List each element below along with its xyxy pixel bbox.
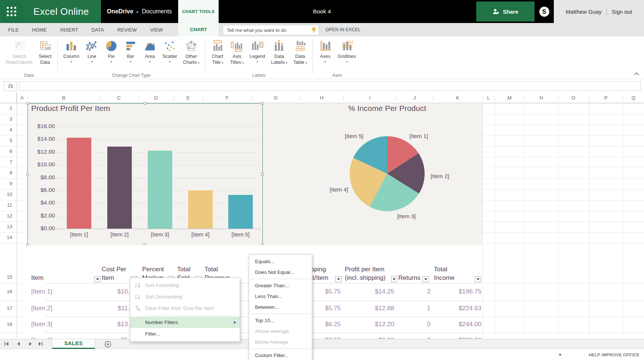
pie-chart-income-per-product[interactable]: % Income Per Product[Item 1][Item 2][Ite…	[262, 103, 483, 245]
data-labels-button[interactable]: DataLabels▾	[268, 39, 290, 65]
table-header-F[interactable]: Total	[205, 265, 218, 274]
menu-item-filter[interactable]: Filter...	[130, 328, 240, 340]
cell-item-row17[interactable]: [Item 2]	[31, 304, 52, 313]
column-header-O[interactable]: O	[558, 93, 589, 103]
column-button[interactable]: Column▾	[61, 39, 82, 63]
row-header-14[interactable]: 14	[0, 234, 17, 241]
app-title[interactable]: Excel Online	[23, 0, 101, 23]
cell-total_income-row18[interactable]: $244.00	[407, 320, 481, 329]
table-header-C[interactable]: Cost Per	[102, 265, 126, 274]
menu-item-number-filters[interactable]: Number Filters	[130, 317, 240, 328]
axis-titles-button[interactable]: AxisTitles▾	[227, 39, 246, 65]
column-header-M[interactable]: M	[494, 93, 524, 103]
row-header-15[interactable]: 15	[0, 274, 17, 281]
row-header-4[interactable]: 4	[0, 127, 17, 133]
filter-dropdown-J[interactable]	[422, 276, 429, 282]
column-header-A[interactable]: A	[17, 93, 27, 103]
axes-button[interactable]: Axes▾	[316, 39, 335, 63]
column-header-B[interactable]: B	[27, 93, 100, 103]
data-table-button[interactable]: DataTable▾	[290, 39, 310, 65]
table-header-B[interactable]: Item	[31, 274, 43, 282]
column-header-G[interactable]: G	[252, 93, 300, 103]
row-header-6[interactable]: 6	[0, 148, 17, 155]
sheet-tab-sales[interactable]: SALES	[52, 339, 95, 349]
tell-me-box[interactable]: Tell me what you want to do	[223, 25, 319, 35]
chart-title-button[interactable]: ChartTitle▾	[208, 39, 227, 65]
filter-dropdown-H[interactable]	[335, 276, 341, 282]
cell-cost_per_item-row17[interactable]: $11.50	[62, 304, 137, 313]
column-header-D[interactable]: D	[138, 93, 174, 103]
help-improve-office-link[interactable]: HELP IMPROVE OFFICE	[589, 349, 640, 360]
submenu-item-equals[interactable]: Equals...	[249, 256, 312, 267]
document-title[interactable]: Book 4	[241, 0, 403, 23]
previous-sheet-button[interactable]	[16, 341, 23, 347]
share-button[interactable]: Share	[476, 1, 535, 22]
column-header-N[interactable]: N	[524, 93, 558, 103]
row-header-11[interactable]: 11	[0, 202, 17, 209]
column-header-C[interactable]: C	[100, 93, 138, 103]
select-all-corner[interactable]	[0, 93, 17, 103]
row-header-2[interactable]: 2	[0, 105, 17, 112]
selection-handle[interactable]	[144, 102, 146, 105]
column-header-E[interactable]: E	[174, 93, 203, 103]
row-header-5[interactable]: 5	[0, 137, 17, 144]
bar-button[interactable]: Bar▾	[121, 39, 140, 63]
menu-tab-data[interactable]: DATA	[92, 27, 104, 33]
cell-item-row16[interactable]: [Item 1]	[31, 287, 52, 296]
cell-total_income-row16[interactable]: $196.75	[407, 287, 481, 296]
column-header-J[interactable]: J	[396, 93, 433, 103]
cell-total_income-row17[interactable]: $224.63	[407, 304, 481, 313]
bar-item-3[interactable]	[148, 151, 172, 229]
first-sheet-button[interactable]	[4, 341, 11, 347]
row-header-17[interactable]: 17	[0, 305, 17, 312]
open-in-excel-button[interactable]: OPEN IN EXCEL	[326, 23, 361, 36]
scatter-button[interactable]: Scatter▾	[160, 39, 180, 63]
selection-handle[interactable]	[26, 102, 29, 105]
other-charts-button[interactable]: OtherCharts▾	[180, 39, 202, 65]
table-header-K[interactable]: Income	[434, 274, 455, 282]
table-header-K[interactable]: Total	[434, 265, 447, 274]
bar-item-2[interactable]	[107, 147, 132, 229]
column-header-P[interactable]: P	[589, 93, 623, 103]
table-header-C[interactable]: Item	[102, 274, 114, 282]
breadcrumb-current[interactable]: Documents	[142, 8, 172, 15]
menu-tab-insert[interactable]: INSERT	[60, 27, 78, 33]
row-header-13[interactable]: 13	[0, 223, 17, 230]
row-header-10[interactable]: 10	[0, 191, 17, 198]
filter-dropdown-I[interactable]	[391, 276, 397, 282]
app-launcher-waffle-icon[interactable]	[0, 0, 23, 23]
menu-tab-home[interactable]: HOME	[32, 27, 47, 33]
menu-tab-view[interactable]: VIEW	[150, 27, 163, 33]
column-header-H[interactable]: H	[300, 93, 343, 103]
status-dropdown-caret-icon[interactable]	[559, 354, 562, 356]
column-header-I[interactable]: I	[343, 93, 396, 103]
next-sheet-button[interactable]	[27, 341, 35, 347]
bar-item-1[interactable]	[67, 138, 91, 229]
formula-input[interactable]	[19, 81, 641, 91]
pie-button[interactable]: Pie▾	[102, 39, 121, 63]
table-header-J[interactable]: Returns	[398, 274, 421, 282]
select-data-button[interactable]: SelectData	[36, 39, 55, 65]
menu-tab-review[interactable]: REVIEW	[117, 27, 137, 33]
submenu-item-less-than[interactable]: Less Than...	[249, 291, 312, 302]
table-header-D[interactable]: Percent	[142, 265, 164, 274]
table-header-I[interactable]: (incl. shipping)	[345, 274, 386, 282]
filter-dropdown-B[interactable]	[94, 276, 101, 282]
legend-button[interactable]: Legend▾	[247, 39, 268, 63]
fx-button[interactable]: fx	[4, 81, 17, 91]
gridlines-button[interactable]: Gridlines▾	[335, 39, 359, 63]
cell-cost_per_item-row16[interactable]: $10.00	[62, 287, 137, 296]
sign-out-link[interactable]: Sign out	[612, 9, 632, 15]
submenu-item-between[interactable]: Between...	[249, 302, 312, 312]
row-header-18[interactable]: 18	[0, 321, 17, 328]
selection-handle[interactable]	[261, 173, 264, 176]
cell-cost_per_item-row18[interactable]: $13.00	[62, 320, 137, 329]
skype-button[interactable]: S	[535, 0, 554, 23]
selection-handle[interactable]	[261, 102, 264, 105]
bar-item-4[interactable]	[188, 190, 213, 229]
row-header-7[interactable]: 7	[0, 159, 17, 166]
submenu-item-custom-filter[interactable]: Custom Filter...	[249, 350, 312, 360]
row-header-9[interactable]: 9	[0, 180, 17, 187]
user-name[interactable]: Matthew Guay	[566, 9, 602, 15]
submenu-item-top-10[interactable]: Top 10...	[249, 315, 312, 326]
